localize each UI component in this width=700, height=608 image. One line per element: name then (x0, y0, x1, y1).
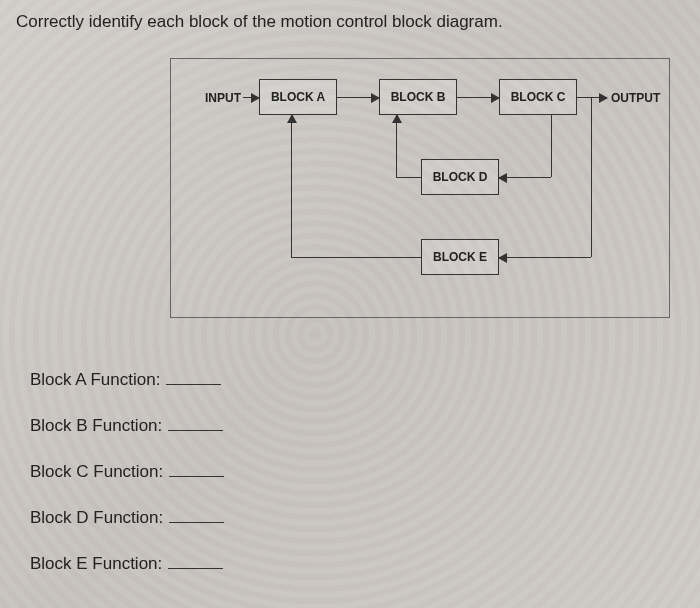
arrow-into-e (499, 257, 591, 258)
line-c-down-to-d (551, 115, 552, 177)
answer-a-blank[interactable] (166, 371, 221, 385)
block-c: BLOCK C (499, 79, 577, 115)
output-label: OUTPUT (611, 91, 660, 105)
line-d-left (396, 177, 421, 178)
answer-row-a: Block A Function: (30, 370, 224, 390)
answer-d-label: Block D Function: (30, 508, 163, 528)
answer-c-blank[interactable] (169, 463, 224, 477)
answer-c-label: Block C Function: (30, 462, 163, 482)
arrow-a-to-b (337, 97, 379, 98)
block-d: BLOCK D (421, 159, 499, 195)
arrow-c-to-output (577, 97, 607, 98)
answer-e-blank[interactable] (168, 555, 223, 569)
arrow-into-d (499, 177, 551, 178)
answer-row-b: Block B Function: (30, 416, 224, 436)
block-diagram-frame: INPUT BLOCK A BLOCK B BLOCK C OUTPUT BLO… (170, 58, 670, 318)
question-prompt: Correctly identify each block of the mot… (16, 12, 684, 32)
block-e: BLOCK E (421, 239, 499, 275)
arrow-input-to-a (243, 97, 259, 98)
arrow-d-up-to-b (396, 115, 397, 178)
answer-d-blank[interactable] (169, 509, 224, 523)
answer-row-d: Block D Function: (30, 508, 224, 528)
block-b: BLOCK B (379, 79, 457, 115)
answer-row-e: Block E Function: (30, 554, 224, 574)
answer-a-label: Block A Function: (30, 370, 160, 390)
answer-b-blank[interactable] (168, 417, 223, 431)
answer-b-label: Block B Function: (30, 416, 162, 436)
answer-row-c: Block C Function: (30, 462, 224, 482)
arrow-b-to-c (457, 97, 499, 98)
arrow-e-up-to-a (291, 115, 292, 258)
answer-e-label: Block E Function: (30, 554, 162, 574)
input-label: INPUT (205, 91, 241, 105)
line-e-left (291, 257, 421, 258)
answer-section: Block A Function: Block B Function: Bloc… (30, 370, 224, 600)
line-output-tap-down (591, 97, 592, 257)
block-a: BLOCK A (259, 79, 337, 115)
